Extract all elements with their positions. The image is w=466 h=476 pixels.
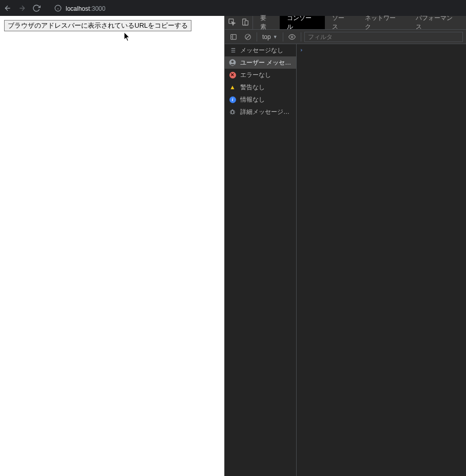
- filter-input[interactable]: [304, 32, 463, 42]
- sidebar-item-label: 詳細メッセージなし: [240, 108, 292, 116]
- url-text: localhost:3000: [66, 4, 105, 12]
- devtools-panel: 要素 コンソール ソース ネットワーク パフォーマンス top ▼: [224, 16, 466, 476]
- device-toolbar-icon[interactable]: [241, 18, 249, 28]
- svg-rect-5: [245, 21, 248, 25]
- copy-url-button[interactable]: ブラウザのアドレスバーに表示されているURLをコピーする: [4, 20, 191, 31]
- sidebar-item-verbose[interactable]: 詳細メッセージなし: [225, 106, 296, 118]
- svg-point-10: [291, 36, 293, 38]
- sidebar-item-user[interactable]: ユーザー メッセージなし: [225, 56, 296, 69]
- sidebar-item-errors[interactable]: エラーなし: [225, 69, 296, 81]
- context-selector[interactable]: top ▼: [260, 33, 280, 41]
- context-selector-label: top: [262, 33, 271, 41]
- tab-performance[interactable]: パフォーマンス: [409, 16, 466, 29]
- user-icon: [229, 59, 236, 66]
- sidebar-item-label: 情報なし: [240, 95, 265, 104]
- arrow-right-icon: [18, 4, 26, 12]
- devtools-tabbar: 要素 コンソール ソース ネットワーク パフォーマンス: [225, 16, 466, 30]
- arrow-left-icon: [4, 4, 12, 12]
- forward-button[interactable]: [17, 3, 27, 13]
- separator: [301, 32, 301, 42]
- cursor-icon: [124, 32, 131, 42]
- tab-elements[interactable]: 要素: [253, 16, 280, 29]
- svg-line-9: [246, 35, 250, 38]
- console-sidebar: メッセージなし ユーザー メッセージなし エラーなし 警告なし: [225, 44, 297, 476]
- sidebar-item-label: メッセージなし: [240, 46, 283, 55]
- svg-point-18: [231, 61, 234, 63]
- list-icon: [229, 47, 236, 54]
- sidebar-item-info[interactable]: 情報なし: [225, 93, 296, 106]
- chevron-down-icon: ▼: [273, 34, 278, 39]
- tab-network[interactable]: ネットワーク: [358, 16, 409, 29]
- back-button[interactable]: [3, 3, 13, 13]
- svg-line-24: [230, 113, 231, 114]
- console-toolbar: top ▼: [225, 30, 466, 44]
- svg-rect-19: [231, 110, 234, 114]
- separator: [257, 32, 257, 42]
- console-output[interactable]: ›: [297, 44, 466, 476]
- live-expression-button[interactable]: [286, 31, 298, 43]
- address-bar[interactable]: localhost:3000: [49, 2, 463, 15]
- info-icon: [229, 96, 236, 103]
- inspect-element-icon[interactable]: [228, 18, 236, 28]
- svg-line-25: [234, 113, 235, 114]
- bug-icon: [229, 108, 236, 115]
- separator: [283, 32, 283, 42]
- reload-icon: [32, 4, 41, 12]
- console-prompt: ›: [300, 47, 303, 53]
- sidebar-item-messages[interactable]: メッセージなし: [225, 44, 296, 56]
- page-content: ブラウザのアドレスバーに表示されているURLをコピーする: [0, 16, 224, 476]
- tab-console[interactable]: コンソール: [280, 16, 325, 29]
- site-info-icon[interactable]: [54, 4, 62, 12]
- sidebar-item-label: 警告なし: [240, 83, 265, 92]
- warning-icon: [229, 84, 236, 91]
- sidebar-item-label: ユーザー メッセージなし: [240, 58, 292, 67]
- clear-console-button[interactable]: [242, 31, 254, 43]
- sidebar-item-warnings[interactable]: 警告なし: [225, 81, 296, 93]
- toggle-sidebar-button[interactable]: [228, 31, 239, 43]
- tab-sources[interactable]: ソース: [325, 16, 358, 29]
- reload-button[interactable]: [31, 3, 42, 13]
- sidebar-item-label: エラーなし: [240, 71, 271, 80]
- error-icon: [229, 72, 236, 78]
